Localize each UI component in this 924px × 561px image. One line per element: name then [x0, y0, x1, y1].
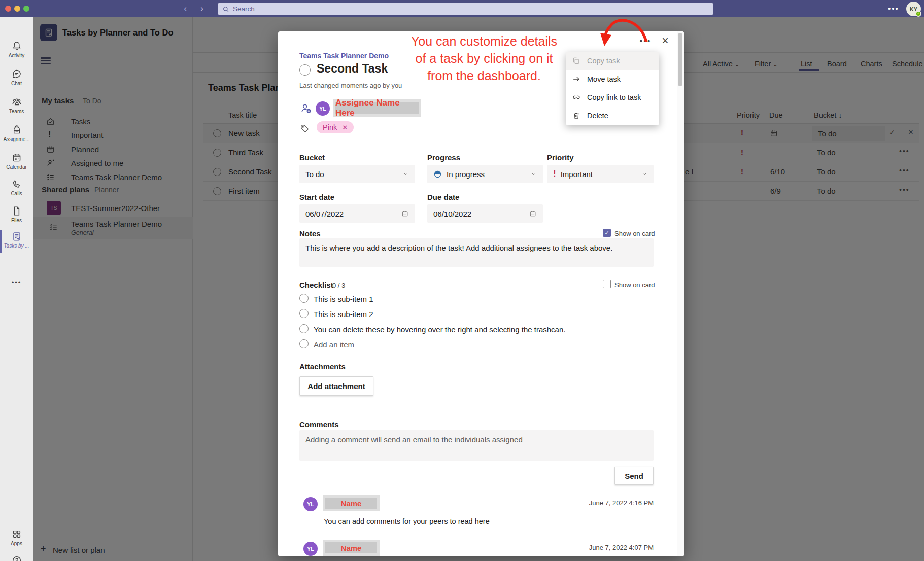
- assignee-avatar[interactable]: YL: [316, 101, 330, 116]
- phone-icon: [11, 179, 22, 190]
- start-date-label: Start date: [299, 193, 334, 201]
- task-title[interactable]: Second Task: [317, 62, 388, 76]
- show-on-card-label: Show on card: [614, 230, 655, 237]
- rail-item-teams[interactable]: Teams: [0, 96, 33, 114]
- rail-item-chat[interactable]: Chat: [0, 68, 33, 86]
- macos-minimize-button[interactable]: [14, 6, 20, 12]
- macos-close-button[interactable]: [5, 6, 11, 12]
- app-rail: Activity Chat Teams Assignme... Calendar…: [0, 17, 33, 561]
- back-button[interactable]: ‹: [180, 4, 190, 14]
- bell-icon: [11, 41, 22, 52]
- copy-icon: [572, 56, 581, 65]
- comments-label: Comments: [299, 420, 339, 429]
- calendar-icon: [529, 209, 537, 218]
- chevron-down-icon: [531, 171, 537, 177]
- rail-item-assignments[interactable]: Assignme...: [0, 124, 33, 142]
- label-pill-pink[interactable]: Pink ✕: [317, 121, 354, 133]
- title-bar: ‹ › ••• KY ✓: [0, 0, 924, 17]
- add-item-circle[interactable]: [299, 339, 309, 348]
- rail-more-icon[interactable]: •••: [0, 278, 33, 286]
- start-date-field[interactable]: 06/07/2022: [299, 204, 415, 223]
- rail-item-calls[interactable]: Calls: [0, 179, 33, 196]
- comment-author-redacted: Name: [323, 495, 380, 511]
- comment-avatar: YL: [303, 497, 318, 511]
- comment-timestamp: June 7, 2022 4:16 PM: [552, 499, 654, 507]
- checklist-item-circle[interactable]: [299, 294, 309, 303]
- forward-button[interactable]: ›: [197, 4, 207, 14]
- plan-breadcrumb-link[interactable]: Teams Task Planner Demo: [299, 52, 389, 60]
- add-an-item-button[interactable]: Add an item: [314, 340, 354, 349]
- rail-item-apps[interactable]: Apps: [0, 529, 33, 546]
- checklist-item[interactable]: You can delete these by hovering over th…: [314, 325, 565, 334]
- rail-item-activity[interactable]: Activity: [0, 41, 33, 58]
- checklist-item-circle[interactable]: [299, 324, 309, 333]
- checklist-item[interactable]: This is sub-item 2: [314, 310, 373, 319]
- macos-zoom-button[interactable]: [23, 6, 29, 12]
- priority-select[interactable]: ! Important: [547, 165, 654, 183]
- checklist-count: 0 / 3: [332, 282, 345, 289]
- trash-icon: [572, 111, 581, 120]
- titlebar-more-icon[interactable]: •••: [888, 4, 899, 13]
- priority-label: Priority: [547, 153, 574, 162]
- modal-scrollbar-thumb[interactable]: [678, 33, 682, 86]
- tag-icon: [299, 123, 310, 136]
- search-icon: [222, 6, 229, 13]
- rail-item-files[interactable]: Files: [0, 205, 33, 223]
- bucket-select[interactable]: To do: [299, 165, 415, 183]
- remove-label-icon[interactable]: ✕: [342, 124, 348, 131]
- help-icon: [11, 555, 22, 561]
- bucket-label: Bucket: [299, 153, 325, 162]
- complete-task-circle[interactable]: [299, 64, 311, 76]
- task-options-menu: Copy task Move task Copy link to task De…: [566, 52, 659, 125]
- menu-item-copy-link[interactable]: Copy link to task: [566, 88, 659, 107]
- menu-item-move-task[interactable]: Move task: [566, 70, 659, 88]
- menu-item-delete[interactable]: Delete: [566, 107, 659, 125]
- calendar-icon: [401, 209, 409, 218]
- comment-author-redacted: Name: [323, 540, 380, 556]
- chat-icon: [11, 68, 22, 80]
- checklist-item[interactable]: This is sub-item 1: [314, 295, 373, 303]
- people-icon: [11, 96, 22, 108]
- comment-avatar: YL: [303, 542, 318, 556]
- last-changed-text: Last changed moments ago by you: [299, 82, 402, 89]
- modal-scrollbar-track[interactable]: [677, 31, 684, 556]
- file-icon: [11, 205, 22, 217]
- chevron-down-icon: [403, 171, 409, 177]
- checklist-label: Checklist: [299, 281, 333, 289]
- in-progress-icon: [433, 170, 442, 179]
- link-icon: [572, 93, 581, 102]
- rail-item-calendar[interactable]: Calendar: [0, 152, 33, 170]
- notes-show-on-card-checkbox[interactable]: ✓: [603, 229, 611, 237]
- assignee-name-redacted: Assignee Name Here: [333, 99, 421, 117]
- checklist-show-on-card-checkbox[interactable]: [603, 280, 611, 288]
- rail-item-help[interactable]: Help: [0, 555, 33, 561]
- comment-input[interactable]: Adding a comment will send an email to t…: [299, 430, 654, 461]
- annotation-arrow: [599, 14, 660, 55]
- comment-text: You can add comments for your peers to r…: [324, 517, 490, 525]
- progress-label: Progress: [427, 153, 460, 162]
- rail-item-tasks-by-planner[interactable]: Tasks by ...: [0, 231, 33, 249]
- comment-timestamp: June 7, 2022 4:07 PM: [552, 544, 654, 551]
- apps-grid-icon: [11, 529, 22, 540]
- arrow-right-icon: [572, 75, 581, 84]
- chevron-down-icon: [641, 171, 647, 177]
- calendar-icon: [11, 152, 22, 163]
- due-date-field[interactable]: 06/10/2022: [427, 204, 543, 223]
- add-assignee-icon[interactable]: [299, 102, 313, 117]
- active-rail-indicator: [0, 230, 2, 253]
- attachments-label: Attachments: [299, 362, 346, 371]
- search-input[interactable]: [233, 5, 690, 13]
- add-attachment-button[interactable]: Add attachment: [299, 376, 373, 396]
- search-bar[interactable]: [218, 3, 713, 15]
- progress-select[interactable]: In progress: [427, 165, 543, 183]
- notes-label: Notes: [299, 229, 321, 238]
- status-available-icon: ✓: [915, 11, 921, 17]
- important-exclamation-icon: !: [553, 169, 556, 179]
- show-on-card-label: Show on card: [614, 281, 655, 289]
- annotation-text: You can customize details of a task by c…: [405, 32, 563, 84]
- backpack-icon: [11, 124, 22, 135]
- notes-textarea[interactable]: This is where you add a description of t…: [299, 238, 654, 267]
- due-date-label: Due date: [427, 193, 459, 201]
- send-button[interactable]: Send: [614, 467, 654, 485]
- checklist-item-circle[interactable]: [299, 309, 309, 318]
